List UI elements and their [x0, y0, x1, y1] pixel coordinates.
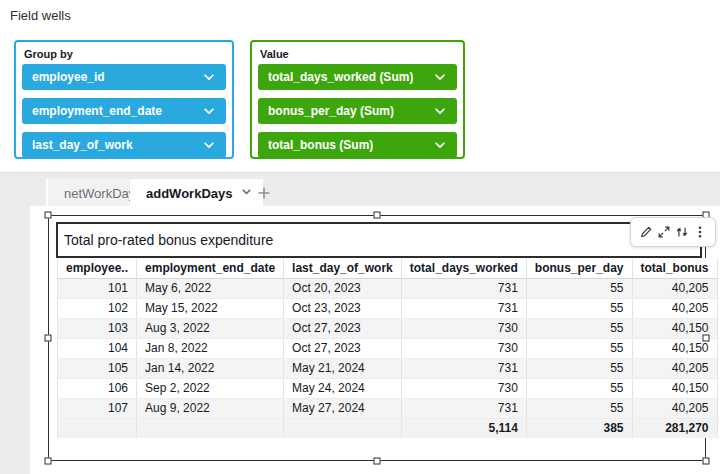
visual-toolbar	[630, 217, 716, 247]
table-cell: 730	[401, 318, 526, 338]
group-by-pill-list: employee_id employment_end_date last_day…	[22, 64, 226, 166]
table-cell: 55	[526, 318, 632, 338]
table-cell: 101	[58, 278, 137, 298]
chevron-down-icon[interactable]	[433, 70, 447, 84]
table-cell: 731	[401, 298, 526, 318]
table-cell: Oct 23, 2023	[284, 298, 402, 318]
table-cell: May 15, 2022	[137, 298, 284, 318]
table-cell: Aug 9, 2022	[137, 398, 284, 418]
swap-arrows-icon	[675, 225, 689, 239]
table-row: 101May 6, 2022Oct 20, 20237315540,205	[58, 278, 718, 298]
pill-label: employee_id	[32, 70, 105, 84]
maximize-visual-button[interactable]	[655, 221, 673, 243]
table-cell: 731	[401, 278, 526, 298]
pill-label: total_days_worked (Sum)	[268, 70, 413, 84]
table-cell: 730	[401, 338, 526, 358]
resize-handle[interactable]	[374, 458, 381, 465]
table-cell: 731	[401, 398, 526, 418]
table-cell: Jan 8, 2022	[137, 338, 284, 358]
table-row: 103Aug 3, 2022Oct 27, 20237305540,150	[58, 318, 718, 338]
table-cell: 55	[526, 298, 632, 318]
table-cell: May 27, 2024	[284, 398, 402, 418]
group-by-well: Group by employee_id employment_end_date…	[14, 40, 234, 159]
column-header[interactable]: employee..	[58, 258, 137, 278]
table-cell: 55	[526, 358, 632, 378]
table-cell: 55	[526, 378, 632, 398]
table-cell: May 24, 2024	[284, 378, 402, 398]
totals-cell	[284, 418, 402, 438]
table-cell: Aug 3, 2022	[137, 318, 284, 338]
canvas-left-gutter	[0, 206, 30, 474]
table-cell: 40,205	[632, 278, 717, 298]
value-pill-list: total_days_worked (Sum) bonus_per_day (S…	[258, 64, 457, 166]
maximize-icon	[657, 225, 671, 239]
swap-arrows-button[interactable]	[673, 221, 691, 243]
table-cell: 730	[401, 378, 526, 398]
pill-label: bonus_per_day (Sum)	[268, 104, 394, 118]
resize-handle[interactable]	[45, 458, 52, 465]
group-by-pill[interactable]: employment_end_date	[22, 98, 226, 124]
chevron-down-icon[interactable]	[202, 138, 216, 152]
value-label: Value	[260, 48, 289, 60]
totals-cell: 5,114	[401, 418, 526, 438]
pill-label: total_bonus (Sum)	[268, 138, 373, 152]
resize-handle[interactable]	[45, 335, 52, 342]
resize-handle[interactable]	[703, 335, 710, 342]
resize-handle[interactable]	[45, 212, 52, 219]
table-row: 106Sep 2, 2022May 24, 20247305540,150	[58, 378, 718, 398]
column-header[interactable]: bonus_per_day	[526, 258, 632, 278]
field-wells-heading: Field wells	[10, 8, 71, 23]
visual-menu-button[interactable]	[691, 221, 709, 243]
table-cell: Oct 20, 2023	[284, 278, 402, 298]
table-cell: May 6, 2022	[137, 278, 284, 298]
value-pill[interactable]: total_days_worked (Sum)	[258, 64, 457, 90]
pill-label: last_day_of_work	[32, 138, 133, 152]
table-cell: Oct 27, 2023	[284, 338, 402, 358]
value-pill[interactable]: bonus_per_day (Sum)	[258, 98, 457, 124]
edit-visual-button[interactable]	[637, 221, 655, 243]
column-header[interactable]: total_bonus	[632, 258, 717, 278]
table-row: 107Aug 9, 2022May 27, 20247315540,205	[58, 398, 718, 418]
table-cell: 102	[58, 298, 137, 318]
totals-cell: 281,270	[632, 418, 717, 438]
table-cell: Jan 14, 2022	[137, 358, 284, 378]
sheet-tab-addWorkDays[interactable]: addWorkDays	[130, 179, 263, 207]
value-well: Value total_days_worked (Sum) bonus_per_…	[250, 40, 465, 159]
table-cell: 731	[401, 358, 526, 378]
table-cell: Oct 27, 2023	[284, 318, 402, 338]
group-by-pill[interactable]: last_day_of_work	[22, 132, 226, 158]
table-cell: 40,205	[632, 358, 717, 378]
tab-label: addWorkDays	[146, 186, 232, 201]
totals-cell	[137, 418, 284, 438]
resize-handle[interactable]	[374, 212, 381, 219]
visual-title-bar[interactable]: Total pro-rated bonus expenditure	[56, 222, 702, 258]
chevron-down-icon[interactable]	[240, 185, 253, 198]
table-cell: 40,150	[632, 378, 717, 398]
value-pill[interactable]: total_bonus (Sum)	[258, 132, 457, 158]
pivot-table: employee..employment_end_datelast_day_of…	[57, 258, 718, 438]
chevron-down-icon[interactable]	[202, 70, 216, 84]
table-cell: 104	[58, 338, 137, 358]
group-by-pill[interactable]: employee_id	[22, 64, 226, 90]
table-cell: 55	[526, 278, 632, 298]
chevron-down-icon[interactable]	[433, 104, 447, 118]
resize-handle[interactable]	[703, 458, 710, 465]
table-cell: 40,205	[632, 298, 717, 318]
table-cell: May 21, 2024	[284, 358, 402, 378]
edit-pencil-icon	[639, 225, 653, 239]
chevron-down-icon[interactable]	[433, 138, 447, 152]
pill-label: employment_end_date	[32, 104, 162, 118]
quicksight-analysis-view: Field wells Group by employee_id employm…	[0, 0, 720, 474]
plus-icon	[256, 185, 272, 201]
column-header[interactable]: total_days_worked	[401, 258, 526, 278]
add-sheet-button[interactable]	[254, 183, 274, 203]
sheet-tab-bar: netWorkDaysaddWorkDays	[0, 172, 720, 206]
table-cell: 55	[526, 398, 632, 418]
table-cell: 105	[58, 358, 137, 378]
column-header[interactable]: last_day_of_work	[284, 258, 402, 278]
kebab-menu-icon	[693, 225, 707, 239]
column-header[interactable]: employment_end_date	[137, 258, 284, 278]
visual-title: Total pro-rated bonus expenditure	[58, 232, 273, 248]
chevron-down-icon[interactable]	[202, 104, 216, 118]
totals-cell: 385	[526, 418, 632, 438]
